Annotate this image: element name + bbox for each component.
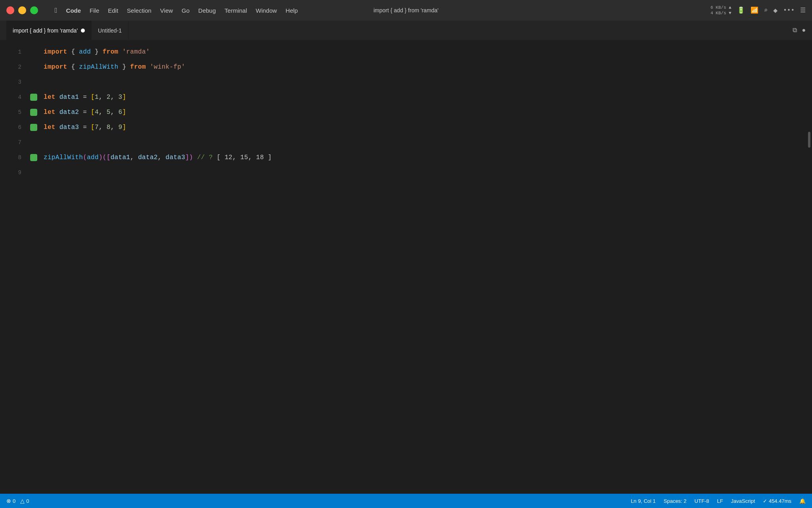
menu-selection[interactable]: Selection xyxy=(123,6,155,15)
token: let xyxy=(44,109,56,116)
code-content-6: let data3 = [7, 8, 9] xyxy=(40,120,812,135)
token: let xyxy=(44,94,56,101)
token xyxy=(56,109,59,116)
code-content-1: import { add } from 'ramda' xyxy=(40,44,812,60)
code-line-4: 4let data1 = [1, 2, 3] xyxy=(0,90,812,105)
line-number-1: 1 xyxy=(0,49,28,55)
line-number-5: 5 xyxy=(0,109,28,115)
token: ([ xyxy=(103,154,111,161)
close-button[interactable] xyxy=(6,6,14,14)
token: zipAllWith xyxy=(79,64,118,71)
minimize-button[interactable] xyxy=(18,6,26,14)
menu-window[interactable]: Window xyxy=(252,6,281,15)
scrollbar[interactable] xyxy=(806,40,812,494)
breakpoint-5[interactable] xyxy=(30,109,37,116)
breakpoint-area-6[interactable] xyxy=(28,124,40,131)
editor-container: 1import { add } from 'ramda'2import { zi… xyxy=(0,40,812,494)
status-encoding[interactable]: UTF-8 xyxy=(695,498,709,504)
breakpoint-area-4[interactable] xyxy=(28,94,40,101)
line-number-9: 9 xyxy=(0,169,28,176)
menu-edit[interactable]: Edit xyxy=(104,6,122,15)
window-title: import { add } from 'ramda' xyxy=(373,7,439,13)
wifi-icon: 📶 xyxy=(751,6,758,14)
token: , xyxy=(99,124,107,131)
code-content-5: let data2 = [4, 5, 6] xyxy=(40,105,812,120)
tabs: import { add } from 'ramda' Untitled-1 xyxy=(6,21,128,40)
line-number-7: 7 xyxy=(0,139,28,146)
list-icon[interactable]: ☰ xyxy=(800,6,806,14)
token: 4 xyxy=(95,109,99,116)
token: import xyxy=(44,48,67,56)
token: import xyxy=(44,64,67,71)
apple-menu[interactable]:  xyxy=(51,5,61,16)
status-errors[interactable]: ⊗ 0 △ 0 xyxy=(6,498,29,504)
code-line-7: 7 xyxy=(0,135,812,150)
breakpoint-area-5[interactable] xyxy=(28,109,40,116)
menu-go[interactable]: Go xyxy=(178,6,193,15)
status-spaces[interactable]: Spaces: 2 xyxy=(664,498,687,504)
status-language[interactable]: JavaScript xyxy=(731,498,755,504)
status-timing: ✓ 454.47ms xyxy=(763,498,791,504)
line-number-8: 8 xyxy=(0,154,28,161)
menu-code[interactable]: Code xyxy=(62,6,85,15)
tab-active-label: import { add } from 'ramda' xyxy=(13,27,78,34)
token: data3 xyxy=(166,154,186,161)
code-line-3: 3 xyxy=(0,75,812,90)
token: , xyxy=(111,94,119,101)
token: 7 xyxy=(95,124,99,131)
token xyxy=(56,124,59,131)
token: { xyxy=(67,64,79,71)
token: ] xyxy=(122,109,126,116)
menu-debug[interactable]: Debug xyxy=(194,6,220,15)
line-number-3: 3 xyxy=(0,79,28,85)
traffic-lights xyxy=(6,6,38,14)
token: = xyxy=(79,94,91,101)
token: = xyxy=(79,124,91,131)
line-number-2: 2 xyxy=(0,64,28,70)
code-editor[interactable]: 1import { add } from 'ramda'2import { zi… xyxy=(0,40,812,494)
breakpoint-4[interactable] xyxy=(30,94,37,101)
token: [ 12, 15, 18 ] xyxy=(217,154,272,161)
search-icon[interactable]: ⌕ xyxy=(764,6,768,14)
more-actions-icon[interactable]: ● xyxy=(802,27,806,34)
token: add xyxy=(79,48,91,56)
status-eol[interactable]: LF xyxy=(717,498,723,504)
menu-help[interactable]: Help xyxy=(282,6,302,15)
notifications-icon[interactable]: 🔔 xyxy=(799,498,806,504)
token: [ xyxy=(91,109,95,116)
breakpoint-6[interactable] xyxy=(30,124,37,131)
token: } xyxy=(119,64,130,71)
menu-terminal[interactable]: Terminal xyxy=(220,6,251,15)
menu-view[interactable]: View xyxy=(156,6,177,15)
token: ]) xyxy=(185,154,193,161)
tab-untitled[interactable]: Untitled-1 xyxy=(92,21,128,40)
avatar-icon[interactable]: ◆ xyxy=(773,6,778,15)
token xyxy=(56,94,59,101)
token: ] xyxy=(122,124,126,131)
token: 3 xyxy=(119,94,123,101)
more-icon[interactable]: ••• xyxy=(783,7,795,14)
titlebar-right: 6 KB/s ▲ 4 KB/s ▼ 🔋 📶 ⌕ ◆ ••• ☰ xyxy=(710,5,806,16)
menu-file[interactable]: File xyxy=(86,6,103,15)
maximize-button[interactable] xyxy=(30,6,38,14)
token: = xyxy=(79,109,91,116)
titlebar:  Code File Edit Selection View Go Debug… xyxy=(0,0,812,21)
tab-modified-indicator xyxy=(81,29,85,33)
token: // ? xyxy=(193,154,217,161)
tabbar: import { add } from 'ramda' Untitled-1 ⧉… xyxy=(0,21,812,40)
status-position[interactable]: Ln 9, Col 1 xyxy=(631,498,656,504)
split-editor-icon[interactable]: ⧉ xyxy=(793,27,797,34)
scrollbar-thumb[interactable] xyxy=(808,132,810,148)
token: 2 xyxy=(107,94,111,101)
token: data2 xyxy=(138,154,158,161)
token: data2 xyxy=(59,109,79,116)
breakpoint-8[interactable] xyxy=(30,154,37,161)
warning-count: 0 xyxy=(26,498,29,504)
code-content-8: zipAllWith(add)([data1, data2, data3]) /… xyxy=(40,150,812,165)
code-line-9: 9 xyxy=(0,165,812,180)
code-line-6: 6let data3 = [7, 8, 9] xyxy=(0,120,812,135)
breakpoint-area-8[interactable] xyxy=(28,154,40,161)
token: data3 xyxy=(59,124,79,131)
tab-active[interactable]: import { add } from 'ramda' xyxy=(6,21,92,40)
error-icon: ⊗ xyxy=(6,498,11,504)
